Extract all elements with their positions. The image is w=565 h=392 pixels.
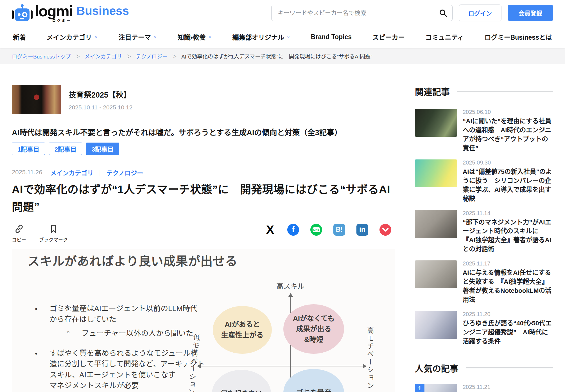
related-article-item[interactable]: 2025.09.30 AIは“偏差値75の新入社員”のように扱う シリコンバレー…	[415, 159, 553, 203]
related-article-item[interactable]: 2025.11.14 “部下のマネジメント力”がAIエージェント時代のスキルに …	[415, 210, 553, 254]
line-icon[interactable]: LINE	[310, 224, 322, 236]
series-title: AI時代は開発スキル不要と言ったがそれは嘘だ。サボろうとする生成AIの傾向と対策…	[12, 127, 395, 138]
event-date-range: 2025.10.11 - 2025.10.12	[69, 104, 132, 111]
article-title: “部下のマネジメント力”がAIエージェント時代のスキルに 『AI独学超大全』著者…	[463, 218, 553, 254]
related-article-item[interactable]: 2025.11.20 ひろゆき氏が語る“40代・50代エンジニア超優秀説” AI…	[415, 311, 553, 346]
tab-article-3[interactable]: 3記事目	[86, 143, 119, 155]
chevron-down-icon: ∨	[153, 34, 157, 39]
article-date: 2025.11.26	[12, 169, 42, 176]
search-box	[271, 5, 453, 21]
logo-wordmark: logmi ログミー	[35, 3, 73, 22]
article-date: 2025.11.14	[463, 210, 553, 217]
robot-logo-icon	[12, 4, 33, 22]
related-articles-list: 2025.06.10 “AIに聞いた”を理由にする社員への違和感 AI時代のエン…	[415, 109, 553, 346]
article-meta: 2025.11.26 メインカテゴリ ｜ テクノロジー	[12, 168, 395, 177]
article-info: 2025.09.30 AIは“偏差値75の新入社員”のように扱う シリコンバレー…	[463, 159, 553, 203]
chevron-down-icon: ∨	[287, 34, 290, 39]
article-info: 2025.11.14 “部下のマネジメント力”がAIエージェント時代のスキルに …	[463, 210, 553, 254]
article-date: 2025.11.20	[463, 311, 553, 317]
search-icon[interactable]	[439, 8, 448, 17]
quadrant-axis-top-label: 高スキル	[274, 281, 307, 291]
share-actions: コピー ブックマーク	[12, 224, 68, 243]
article-thumbnail: 1	[415, 384, 457, 392]
sidebar: 関連記事 2025.06.10 “AIに聞いた”を理由にする社員への違和感 AI…	[415, 85, 553, 392]
bookmark-label: ブックマーク	[39, 236, 68, 243]
slide-bullet: ゴミを量産はAIエージェント以前のLLM時代 から存在はしていた フューチャー以…	[33, 303, 205, 339]
hatena-bookmark-icon[interactable]: B!	[333, 224, 345, 236]
popular-articles-list: 1 2025.11.21 ひろゆき氏が無料ツール利用を貫く理由 「2ちゃんねる」…	[415, 384, 553, 392]
breadcrumb-current-page: AIで効率化のはずが“1人デスマーチ状態”に 開発現場にはびこる“サボるAI問題…	[181, 52, 372, 60]
article-thumbnail	[415, 210, 457, 238]
nav-item-new[interactable]: 新着	[13, 32, 26, 42]
bookmark-icon	[48, 224, 58, 234]
article-thumbnail	[415, 159, 457, 187]
link-icon	[14, 224, 24, 234]
chevron-down-icon: ∨	[94, 34, 98, 39]
logo-business-label: Business	[76, 4, 129, 18]
heading-rule	[457, 91, 553, 92]
site-header: logmi ログミー Business ログイン 会員登録	[0, 0, 565, 26]
site-logo[interactable]: logmi ログミー Business	[12, 3, 129, 22]
axis-arrow-up	[288, 293, 293, 297]
breadcrumb-home[interactable]: ログミーBusinessトップ	[12, 52, 71, 60]
popular-article-item[interactable]: 1 2025.11.21 ひろゆき氏が無料ツール利用を貫く理由 「2ちゃんねる」…	[415, 384, 553, 392]
slide-sub-bullet: フューチャー以外の人から聞いた	[67, 328, 205, 339]
nav-item-main-category[interactable]: メインカテゴリ∨	[47, 32, 98, 42]
nav-item-editorial[interactable]: 編集部オリジナル∨	[232, 32, 290, 42]
bookmark-button[interactable]: ブックマーク	[39, 224, 68, 243]
related-articles-heading: 関連記事	[415, 85, 553, 98]
nav-item-featured-themes[interactable]: 注目テーマ∨	[119, 32, 157, 42]
nav-item-brand-topics[interactable]: Brand Topics	[311, 33, 352, 41]
linkedin-icon[interactable]: in	[356, 224, 368, 236]
article-title: AIは“偏差値75の新入社員”のように扱う シリコンバレーの企業に学ぶ、AI導入…	[463, 167, 553, 203]
series-tabs: 1記事目 2記事目 3記事目	[12, 143, 395, 155]
nav-item-community[interactable]: コミュニティ	[425, 32, 464, 42]
category-link-technology[interactable]: テクノロジー	[107, 168, 143, 177]
article-title: “AIに聞いた”を理由にする社員への違和感 AI時代のエンジニアが持つべき“アウ…	[463, 117, 553, 153]
nav-item-speakers[interactable]: スピーカー	[372, 32, 405, 42]
logo-subtext: ログミー	[52, 19, 73, 22]
share-bar: コピー ブックマーク X f LINE B! in	[12, 224, 395, 243]
facebook-icon[interactable]: f	[287, 224, 299, 236]
popular-articles-heading: 人気の記事	[415, 362, 553, 374]
quadrant-axis-right-label: 高モチベーション	[365, 327, 375, 390]
breadcrumb-technology[interactable]: テクノロジー	[136, 52, 168, 60]
breadcrumb-separator: ＞	[172, 53, 177, 60]
category-link-main[interactable]: メインカテゴリ	[50, 168, 93, 177]
logo-word: logmi	[35, 3, 73, 19]
article-title: AIに与える情報をAI任せにすると失敗する 『AI独学超大全』著者が教えるNot…	[463, 268, 553, 304]
quadrant-top-left: AIがあると 生産性上がる	[213, 306, 272, 354]
login-button[interactable]: ログイン	[459, 4, 501, 21]
article-thumbnail	[415, 311, 457, 339]
article-title: ひろゆき氏が語る“40代・50代エンジニア超優秀説” AI時代に活躍する条件	[463, 319, 553, 346]
slide-image[interactable]: スキルがあればより良い成果が出せる ゴミを量産はAIエージェント以前のLLM時代…	[12, 249, 395, 392]
tab-article-1[interactable]: 1記事目	[12, 143, 45, 155]
search-input[interactable]	[271, 5, 453, 21]
related-article-item[interactable]: 2025.11.17 AIに与える情報をAI任せにすると失敗する 『AI独学超大…	[415, 260, 553, 304]
quadrant-bottom-left: 何も起きない	[212, 370, 271, 392]
nav-item-knowledge[interactable]: 知識・教養∨	[178, 32, 212, 42]
signup-button[interactable]: 会員登録	[508, 5, 553, 21]
copy-link-button[interactable]: コピー	[12, 224, 26, 243]
page-title: AIで効率化のはずが“1人デスマーチ状態”に 開発現場にはびこる“サボるAI問題…	[12, 181, 395, 216]
event-title[interactable]: 技育祭2025【秋】	[69, 89, 132, 100]
quadrant-top-right: AIがなくても 成果が出る &時短	[283, 304, 344, 354]
nav-item-about[interactable]: ログミーBusinessとは	[485, 32, 552, 42]
breadcrumb-separator: ＞	[126, 53, 131, 60]
pocket-chevron-icon	[379, 224, 391, 236]
slide-bullet: すばやく質を高められるようなモジュール構 造に分割して平行して開発など、アーキテ…	[33, 348, 205, 391]
article-date: 2025.06.10	[463, 109, 553, 115]
main-content: 技育祭2025【秋】 2025.10.11 - 2025.10.12 AI時代は…	[0, 64, 565, 392]
breadcrumb-main-category[interactable]: メインカテゴリ	[85, 52, 122, 60]
article-info: 2025.06.10 “AIに聞いた”を理由にする社員への違和感 AI時代のエン…	[463, 109, 553, 153]
x-twitter-icon[interactable]: X	[264, 224, 276, 236]
related-article-item[interactable]: 2025.06.10 “AIに聞いた”を理由にする社員への違和感 AI時代のエン…	[415, 109, 553, 153]
event-thumbnail[interactable]	[12, 85, 61, 114]
tab-article-2[interactable]: 2記事目	[49, 143, 82, 155]
pocket-icon[interactable]	[379, 224, 391, 236]
article-date: 2025.11.17	[463, 260, 553, 267]
chevron-down-icon: ∨	[208, 34, 212, 39]
article-info: 2025.11.20 ひろゆき氏が語る“40代・50代エンジニア超優秀説” AI…	[463, 311, 553, 346]
article-date: 2025.09.30	[463, 159, 553, 166]
copy-label: コピー	[12, 236, 26, 243]
